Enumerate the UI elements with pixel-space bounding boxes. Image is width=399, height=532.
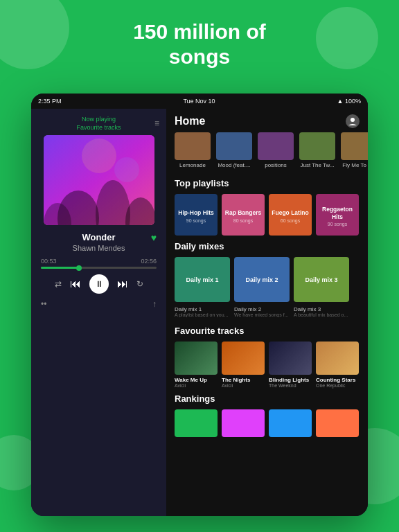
daily-mix-1[interactable]: Daily mix 1 bbox=[175, 257, 230, 302]
playlist-sub: 80 songs bbox=[233, 218, 253, 223]
track-thumb-positions[interactable]: positions bbox=[258, 132, 294, 168]
total-time: 02:56 bbox=[141, 258, 157, 265]
ranking-card-1[interactable] bbox=[175, 409, 218, 437]
progress-track[interactable] bbox=[41, 267, 157, 269]
playlist-sub: 90 songs bbox=[328, 222, 347, 227]
rankings-title: Rankings bbox=[166, 391, 368, 409]
daily-mix-label: Daily mix 3 bbox=[305, 276, 337, 283]
dm1-desc: A playlist based on you... bbox=[175, 312, 230, 317]
status-date: Tue Nov 10 bbox=[183, 98, 215, 105]
fav-track-counting[interactable]: Counting Stars One Republic bbox=[316, 342, 359, 388]
playlist-reggaeton[interactable]: Reggaeton Hits 90 songs bbox=[316, 194, 359, 236]
fav-track-img bbox=[222, 342, 265, 375]
track-label: Lemonade bbox=[179, 162, 206, 168]
user-icon bbox=[348, 116, 357, 126]
daily-mix-label: Daily mix 1 bbox=[186, 276, 218, 283]
ranking-card-3[interactable] bbox=[269, 409, 312, 437]
heart-icon[interactable]: ♥ bbox=[151, 232, 157, 243]
fav-tracks-title: Favourite tracks bbox=[166, 323, 368, 342]
daily-mix-label: Daily mix 2 bbox=[245, 276, 278, 283]
svg-point-7 bbox=[351, 118, 355, 122]
progress-bar[interactable]: 00:53 02:56 bbox=[31, 258, 166, 269]
track-thumb-img bbox=[341, 132, 368, 160]
fav-track-artist: One Republic bbox=[316, 383, 359, 388]
prev-button[interactable]: ⏮ bbox=[70, 278, 81, 290]
progress-times: 00:53 02:56 bbox=[41, 258, 157, 265]
playlist-sub: 60 songs bbox=[281, 218, 300, 223]
shuffle-button[interactable]: ⇄ bbox=[55, 279, 62, 289]
song-artist: Shawn Mendes bbox=[41, 244, 157, 252]
ranking-card-2[interactable] bbox=[222, 409, 265, 437]
daily-mix-3[interactable]: Daily mix 3 bbox=[294, 257, 349, 302]
daily-mix-1-sub: Daily mix 1 A playlist based on you... bbox=[175, 305, 230, 317]
playlist-sub: 90 songs bbox=[186, 218, 206, 223]
track-label: Mood (feat.... bbox=[218, 162, 250, 168]
share-button[interactable]: ↑ bbox=[152, 299, 157, 309]
top-playlists-title: Top playlists bbox=[166, 175, 368, 194]
playlist-hiphop[interactable]: Hip-Hop Hits 90 songs bbox=[175, 194, 218, 236]
fav-track-wakeup[interactable]: Wake Me Up Avicii bbox=[175, 342, 218, 388]
album-art-svg bbox=[44, 135, 154, 225]
playback-controls: ⇄ ⏮ ⏸ ⏭ ↻ bbox=[31, 272, 166, 296]
daily-mix-2[interactable]: Daily mix 2 bbox=[234, 257, 290, 302]
track-label: Fly Me To T... bbox=[342, 162, 368, 168]
home-header: Home bbox=[166, 109, 368, 132]
daily-mixes-row: Daily mix 1 Daily mix 2 Daily mix 3 bbox=[166, 257, 368, 305]
track-thumb-fly[interactable]: Fly Me To T... bbox=[341, 132, 368, 168]
wifi-icon: ▲ bbox=[337, 98, 344, 105]
dm1-label: Daily mix 1 bbox=[175, 306, 230, 312]
fav-track-nights[interactable]: The Nights Avicii bbox=[222, 342, 265, 388]
filter-icon[interactable]: ≡ bbox=[154, 118, 159, 128]
daily-mixes-sub-row: Daily mix 1 A playlist based on you... D… bbox=[166, 305, 368, 323]
home-panel[interactable]: Home Lemonade Mood (feat.... positions bbox=[166, 94, 368, 516]
dm2-desc: We have mixed songs f... bbox=[234, 312, 290, 317]
home-title: Home bbox=[175, 115, 205, 127]
fav-tracks-row: Wake Me Up Avicii The Nights Avicii Blin… bbox=[166, 342, 368, 391]
bg-decoration-2 bbox=[316, 7, 378, 69]
fav-track-img bbox=[316, 342, 359, 375]
dm3-desc: A beautiful mix based o... bbox=[294, 312, 349, 317]
daily-mixes-title: Daily mixes bbox=[166, 238, 368, 257]
playlist-label: Reggaeton Hits bbox=[319, 206, 356, 220]
track-thumb-img bbox=[258, 132, 294, 160]
more-dots-button[interactable]: •• bbox=[41, 299, 46, 309]
track-thumb-just[interactable]: Just The Tw... bbox=[299, 132, 335, 168]
svg-point-6 bbox=[114, 157, 139, 182]
track-thumb-lemonade[interactable]: Lemonade bbox=[175, 132, 211, 168]
album-art bbox=[44, 135, 154, 225]
track-label: positions bbox=[265, 162, 287, 168]
profile-icon[interactable] bbox=[346, 114, 360, 128]
playlist-label: Rap Bangers bbox=[225, 209, 261, 216]
progress-fill bbox=[41, 267, 79, 269]
song-title: Wonder bbox=[41, 232, 157, 242]
bottom-controls: •• ↑ bbox=[31, 296, 166, 312]
status-time: 2:35 PM bbox=[38, 98, 62, 105]
track-thumb-img bbox=[299, 132, 335, 160]
rankings-row bbox=[166, 409, 368, 444]
playlist-name-label: Favourite tracks bbox=[31, 124, 166, 131]
top-playlists-row: Hip-Hop Hits 90 songs Rap Bangers 80 son… bbox=[166, 194, 368, 238]
playlist-label: Hip-Hop Hits bbox=[178, 209, 213, 216]
fav-track-img bbox=[269, 342, 312, 375]
svg-point-5 bbox=[82, 139, 116, 173]
device-frame: 2:35 PM Tue Nov 10 ▲ 100% Now playing Fa… bbox=[31, 94, 368, 516]
current-time: 00:53 bbox=[41, 258, 57, 265]
play-pause-button[interactable]: ⏸ bbox=[89, 274, 109, 294]
playlist-rap[interactable]: Rap Bangers 80 songs bbox=[222, 194, 265, 236]
fav-track-blinding[interactable]: Blinding Lights The Weeknd bbox=[269, 342, 312, 388]
fav-track-img bbox=[175, 342, 218, 375]
track-thumb-img bbox=[175, 132, 211, 160]
dm3-label: Daily mix 3 bbox=[294, 306, 349, 312]
headline-bold: 150 million bbox=[133, 20, 240, 43]
next-button[interactable]: ⏭ bbox=[117, 278, 128, 290]
fav-track-name: Blinding Lights bbox=[269, 377, 312, 383]
fav-track-artist: Avicii bbox=[175, 383, 218, 388]
track-thumb-img bbox=[216, 132, 252, 160]
ranking-card-4[interactable] bbox=[316, 409, 359, 437]
fav-track-artist: Avicii bbox=[222, 383, 265, 388]
track-thumb-mood[interactable]: Mood (feat.... bbox=[216, 132, 252, 168]
repeat-button[interactable]: ↻ bbox=[136, 279, 143, 289]
recent-tracks-row: Lemonade Mood (feat.... positions Just T… bbox=[166, 132, 368, 175]
playlist-fuego[interactable]: Fuego Latino 60 songs bbox=[269, 194, 312, 236]
dm2-label: Daily mix 2 bbox=[234, 306, 290, 312]
